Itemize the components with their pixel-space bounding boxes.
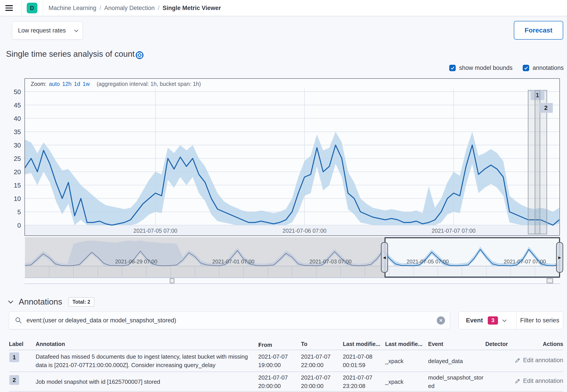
th-event[interactable]: Event	[428, 341, 484, 347]
table-header-row: Label Annotation From ↑ To Last modifie.…	[9, 340, 563, 350]
table-row: 2 Job model snapshot with id [1625700007…	[9, 372, 563, 392]
brush-handle-right[interactable]: ▶	[556, 242, 563, 273]
breadcrumb-separator: /	[158, 5, 160, 12]
y-axis-tick-label: 40	[0, 115, 21, 122]
y-axis-tick-label: 15	[0, 182, 21, 189]
th-last-modified[interactable]: Last modifie...	[343, 341, 380, 347]
y-axis-tick-label: 50	[0, 88, 21, 96]
edit-annotation-button[interactable]: Edit annotation	[515, 357, 563, 364]
chart-scrollbar-track[interactable]	[25, 278, 560, 284]
top-navigation-bar: D Machine Learning / Anomaly Detection /…	[0, 0, 567, 16]
annotations-checkbox[interactable]: annotations	[523, 65, 564, 71]
to-date: 2021-07-07	[301, 352, 331, 361]
brush-handle-left[interactable]: ◀	[381, 242, 388, 273]
life-ring-icon	[135, 51, 144, 60]
from-date: 2021-07-07	[258, 373, 288, 382]
search-icon	[15, 317, 22, 324]
annotation-label-chip: 1	[9, 352, 19, 362]
scrollbar-handle-right[interactable]	[547, 278, 553, 283]
last-modified-time: 00:01:59	[343, 361, 372, 369]
event-filter-label: Event	[466, 317, 483, 324]
clear-search-icon[interactable]: ×	[437, 316, 445, 325]
focus-chart[interactable]: 122021-07-05 07:002021-07-06 07:002021-0…	[25, 89, 559, 235]
checkbox-checked-icon	[523, 65, 529, 71]
annotations-title: Annotations	[19, 297, 62, 307]
time-selection-brush[interactable]	[384, 237, 560, 278]
chevron-down-icon	[502, 318, 507, 322]
sort-ascending-icon: ↑	[258, 342, 261, 348]
pencil-icon	[515, 378, 521, 384]
y-axis-tick-label: 30	[0, 142, 21, 149]
checkbox-checked-icon	[449, 65, 456, 71]
event-value: model_snapshot_stored	[428, 373, 484, 390]
zoom-link-auto[interactable]: auto	[49, 81, 60, 87]
y-axis-tick-label: 20	[0, 168, 21, 176]
from-time: 19:00:00	[258, 361, 288, 369]
to-date: 2021-07-07	[301, 373, 331, 382]
scrollbar-handle-left[interactable]	[170, 278, 174, 283]
from-time: 20:00:00	[258, 382, 288, 390]
show-model-bounds-checkbox[interactable]: show model bounds	[449, 65, 512, 71]
job-selector-value: Low request rates	[18, 27, 66, 34]
y-axis-tick-label: 10	[0, 195, 21, 202]
timeseries-chart-area: 05101520253035404550 Zoom: auto 12h 1d 1…	[0, 78, 567, 290]
th-to[interactable]: To	[301, 341, 307, 347]
svg-text:2021-07-01 07:00: 2021-07-01 07:00	[212, 259, 255, 265]
pencil-icon	[515, 358, 521, 363]
collapse-chevron-icon[interactable]	[8, 299, 13, 304]
job-selector-dropdown[interactable]: Low request rates	[12, 21, 83, 40]
focus-chart-panel: Zoom: auto 12h 1d 1w (aggregation interv…	[25, 78, 560, 236]
zoom-link-12h[interactable]: 12h	[62, 81, 72, 87]
topbar-divider	[21, 0, 22, 16]
space-avatar-badge[interactable]: D	[27, 3, 37, 13]
page-title: Single time series analysis of count	[6, 49, 135, 59]
from-date: 2021-07-07	[258, 352, 288, 361]
single-metric-viewer-page: D Machine Learning / Anomaly Detection /…	[0, 0, 567, 392]
table-row: 1 Datafeed has missed 5 documents due to…	[9, 350, 563, 372]
last-modified-date: 2021-07-07	[343, 373, 372, 382]
last-modified-date: 2021-07-08	[343, 352, 372, 361]
y-axis-tick-label: 45	[0, 102, 21, 109]
hamburger-menu-icon[interactable]	[5, 3, 15, 13]
annotations-section-header: Annotations Total: 2	[9, 297, 94, 307]
breadcrumb: Machine Learning / Anomaly Detection / S…	[48, 0, 221, 16]
zoom-link-1d[interactable]: 1d	[74, 81, 80, 87]
edit-annotation-button[interactable]: Edit annotation	[515, 378, 563, 384]
annotations-total-badge: Total: 2	[68, 297, 94, 307]
th-last-modified-by[interactable]: Last modifie...	[385, 341, 422, 347]
svg-text:2021-07-06 07:00: 2021-07-06 07:00	[282, 228, 326, 234]
filter-to-series-button[interactable]: Filter to series	[516, 312, 563, 329]
breadcrumb-single-metric-viewer: Single Metric Viewer	[162, 5, 221, 12]
annotations-table: Label Annotation From ↑ To Last modifie.…	[9, 340, 563, 392]
breadcrumb-separator: /	[100, 5, 101, 12]
zoom-label: Zoom:	[31, 81, 46, 87]
zoom-controls: Zoom: auto 12h 1d 1w (aggregation interv…	[25, 79, 559, 89]
annotations-checkbox-label: annotations	[533, 65, 564, 71]
forecast-button[interactable]: Forecast	[514, 21, 563, 40]
annotation-label-chip: 2	[9, 375, 19, 385]
y-axis-tick-label: 25	[0, 155, 21, 162]
last-modified-by: _xpack	[385, 378, 403, 386]
svg-text:2: 2	[544, 105, 548, 111]
search-input[interactable]	[27, 317, 437, 324]
breadcrumb-anomaly-detection[interactable]: Anomaly Detection	[104, 5, 155, 12]
to-time: 22:00:00	[301, 361, 331, 369]
event-value: delayed_data	[428, 357, 484, 365]
y-axis-tick-label: 35	[0, 128, 21, 136]
th-actions: Actions	[543, 341, 563, 347]
breadcrumb-machine-learning[interactable]: Machine Learning	[48, 5, 96, 12]
y-axis-tick-label: 5	[0, 209, 21, 216]
last-modified-by: _xpack	[385, 357, 403, 365]
annotations-filter-group: Event 3 Filter to series	[459, 311, 563, 329]
th-detector: Detector	[485, 341, 508, 347]
show-model-bounds-label: show model bounds	[459, 65, 512, 71]
annotation-text: Datafeed has missed 5 documents due to i…	[36, 352, 256, 369]
svg-text:2021-07-03 07:00: 2021-07-03 07:00	[309, 259, 352, 265]
annotations-search-box: ×	[9, 311, 450, 329]
to-time: 20:00:00	[301, 382, 331, 390]
th-annotation: Annotation	[36, 341, 256, 347]
zoom-link-1w[interactable]: 1w	[83, 81, 90, 87]
svg-text:2021-07-07 07:00: 2021-07-07 07:00	[432, 228, 476, 234]
topbar-divider	[43, 0, 43, 16]
event-filter-dropdown[interactable]: Event 3	[459, 312, 516, 329]
